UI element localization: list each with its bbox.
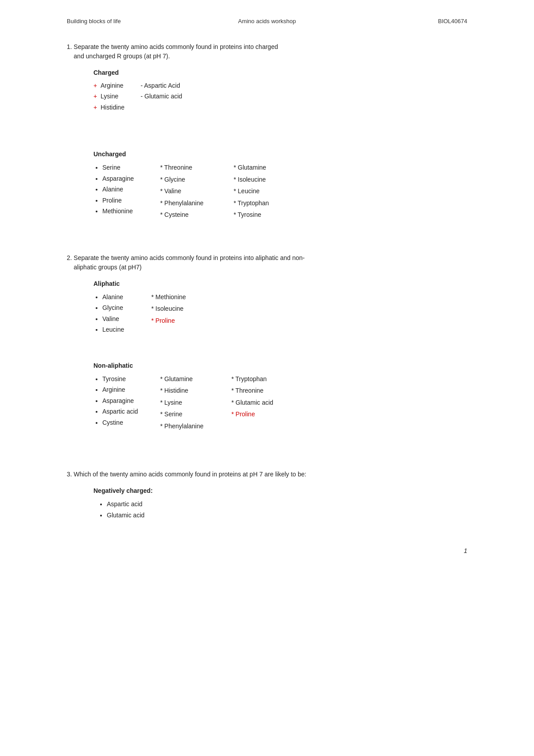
plus-sign-3: + bbox=[93, 102, 100, 112]
aliphatic-item: Glycine bbox=[102, 302, 142, 313]
neg-charged-heading: Negatively charged: bbox=[93, 487, 467, 494]
aliphatic-star-item: * Methionine bbox=[151, 292, 214, 303]
uncharged-col2-item: * Glycine bbox=[160, 174, 229, 185]
question-1-text: 1. Separate the twenty amino acids commo… bbox=[67, 42, 467, 61]
charged-neg-2: - Glutamic acid bbox=[141, 91, 182, 101]
uncharged-col3-item: * Glutamine bbox=[234, 162, 303, 173]
aliphatic-heading: Aliphatic bbox=[93, 280, 467, 287]
nonali-star-item: * Histidine bbox=[160, 385, 227, 396]
uncharged-col3: * Glutamine * Isoleucine * Leucine * Try… bbox=[234, 162, 303, 221]
plus-sign-2: + bbox=[93, 91, 100, 101]
nonali-col1: Tyrosine Arginine Asparagine Aspartic ac… bbox=[93, 374, 151, 428]
uncharged-item: Serine bbox=[102, 162, 151, 173]
uncharged-col3-item: * Tyrosine bbox=[234, 209, 303, 220]
nonali-col2: * Glutamine * Histidine * Lysine * Serin… bbox=[160, 374, 227, 433]
nonali-col3: * Tryptophan * Threonine * Glutamic acid… bbox=[231, 374, 298, 421]
uncharged-heading: Uncharged bbox=[93, 150, 467, 158]
uncharged-col2: * Threonine * Glycine * Valine * Phenyla… bbox=[160, 162, 229, 221]
nonali-proline-item: * Proline bbox=[231, 409, 298, 420]
plus-sign-1: + bbox=[93, 81, 100, 90]
nonali-star-item2: * Glutamic acid bbox=[231, 397, 298, 408]
uncharged-item: Methionine bbox=[102, 206, 151, 217]
aliphatic-item: Leucine bbox=[102, 324, 142, 335]
nonali-item: Tyrosine bbox=[102, 374, 151, 385]
nonali-star-item: * Glutamine bbox=[160, 374, 227, 385]
header-left: Building blocks of life bbox=[67, 18, 200, 24]
nonaliphatic-lists: Tyrosine Arginine Asparagine Aspartic ac… bbox=[93, 374, 467, 433]
nonali-item: Cystine bbox=[102, 417, 151, 428]
charged-name-2: Lysine bbox=[101, 91, 141, 101]
question-3: 3. Which of the twenty amino acids commo… bbox=[67, 470, 467, 520]
neg-charged-item: Aspartic acid bbox=[107, 499, 467, 510]
charged-row-1: + Arginine - Aspartic Acid bbox=[93, 81, 467, 90]
uncharged-col2-item: * Phenylalanine bbox=[160, 198, 229, 209]
aliphatic-star-item: * Isoleucine bbox=[151, 303, 214, 314]
aliphatic-col1: Alanine Glycine Valine Leucine bbox=[93, 292, 142, 335]
nonali-star-item2: * Threonine bbox=[231, 385, 298, 396]
nonali-item: Aspartic acid bbox=[102, 406, 151, 417]
question-2: 2. Separate the twenty amino acids commo… bbox=[67, 253, 467, 433]
question-1: 1. Separate the twenty amino acids commo… bbox=[67, 42, 467, 221]
charged-table: + Arginine - Aspartic Acid + Lysine - Gl… bbox=[93, 81, 467, 112]
aliphatic-item: Alanine bbox=[102, 292, 142, 303]
neg-charged-list: Aspartic acid Glutamic acid bbox=[107, 499, 467, 520]
nonali-item: Asparagine bbox=[102, 395, 151, 406]
nonali-star-item: * Phenylalanine bbox=[160, 421, 227, 432]
question-2-text: 2. Separate the twenty amino acids commo… bbox=[67, 253, 467, 272]
charged-row-3: + Histidine bbox=[93, 102, 467, 112]
charged-heading: Charged bbox=[93, 69, 467, 76]
question-3-text: 3. Which of the twenty amino acids commo… bbox=[67, 470, 467, 479]
uncharged-section: Uncharged Serine Asparagine Alanine Prol… bbox=[67, 150, 467, 221]
charged-name-3: Histidine bbox=[101, 102, 141, 112]
charged-neg-1: - Aspartic Acid bbox=[141, 81, 180, 90]
aliphatic-lists: Alanine Glycine Valine Leucine * Methion… bbox=[93, 292, 467, 335]
uncharged-item: Asparagine bbox=[102, 173, 151, 184]
nonali-star-item: * Lysine bbox=[160, 397, 227, 408]
header-right: BIOL40674 bbox=[334, 18, 467, 24]
uncharged-col1: Serine Asparagine Alanine Proline Methio… bbox=[93, 162, 151, 217]
uncharged-col3-item: * Leucine bbox=[234, 186, 303, 197]
nonali-star-item: * Serine bbox=[160, 409, 227, 420]
uncharged-col2-item: * Cysteine bbox=[160, 209, 229, 220]
uncharged-lists: Serine Asparagine Alanine Proline Methio… bbox=[93, 162, 467, 221]
nonali-item: Arginine bbox=[102, 384, 151, 395]
uncharged-col3-item: * Tryptophan bbox=[234, 198, 303, 209]
uncharged-item: Alanine bbox=[102, 184, 151, 195]
neg-charged-item: Glutamic acid bbox=[107, 510, 467, 521]
uncharged-col2-item: * Valine bbox=[160, 186, 229, 197]
charged-row-2: + Lysine - Glutamic acid bbox=[93, 91, 467, 101]
aliphatic-proline-item: * Proline bbox=[151, 315, 214, 326]
uncharged-col2-item: * Threonine bbox=[160, 162, 229, 173]
nonaliphatic-heading: Non-aliphatic bbox=[93, 362, 467, 369]
uncharged-col3-item: * Isoleucine bbox=[234, 174, 303, 185]
aliphatic-section: Aliphatic Alanine Glycine Valine Leucine… bbox=[67, 280, 467, 335]
aliphatic-col2: * Methionine * Isoleucine * Proline bbox=[151, 292, 214, 327]
page-number: 1 bbox=[464, 547, 467, 554]
aliphatic-item: Valine bbox=[102, 313, 142, 325]
uncharged-item: Proline bbox=[102, 195, 151, 206]
header-center: Amino acids workshop bbox=[200, 18, 334, 24]
neg-charged-heading-text: Negatively charged: bbox=[93, 487, 153, 494]
nonaliphatic-section: Non-aliphatic Tyrosine Arginine Asparagi… bbox=[67, 362, 467, 433]
nonali-star-item2: * Tryptophan bbox=[231, 374, 298, 385]
charged-name-1: Arginine bbox=[101, 81, 141, 90]
